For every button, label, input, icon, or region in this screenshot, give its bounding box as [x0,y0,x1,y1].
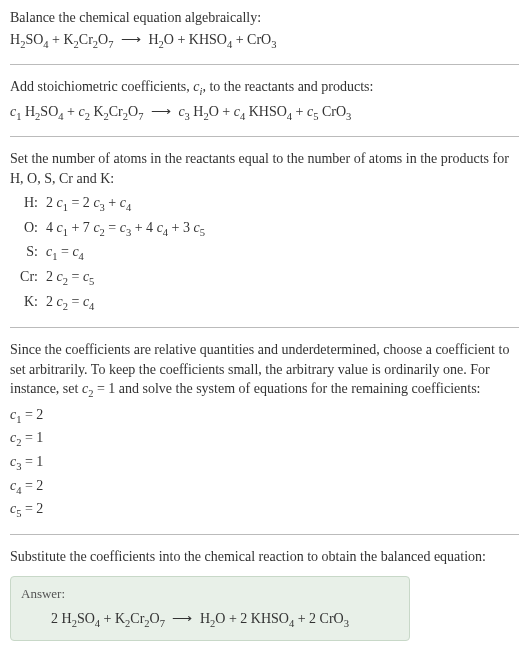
text-part: , to the reactants and products: [202,79,373,94]
section-add-coefficients: Add stoichiometric coefficients, ci, to … [10,77,519,124]
atom-label: H: [18,192,46,217]
atom-equation: 4 c1 + 7 c2 = c3 + 4 c4 + 3 c5 [46,217,519,242]
text-part: = [68,294,83,309]
text-part: = [105,220,120,235]
coef-row: c2 = 1 [10,427,519,451]
coef-value: = 1 [21,430,43,445]
sub: 7 [138,110,143,121]
chem-part: O [150,611,160,626]
sub: 4 [89,300,94,311]
chem-part: O + [209,104,234,119]
sub: 7 [108,38,113,49]
coef-value: = 2 [21,501,43,516]
chem-part: O [128,104,138,119]
arrow-icon: ⟶ [117,32,145,47]
text-part: 4 [46,220,57,235]
answer-label: Answer: [21,585,399,603]
coef-value: = 1 [21,454,43,469]
solve-text: Since the coefficients are relative quan… [10,340,519,402]
divider [10,534,519,535]
coef-value: = 2 [21,407,43,422]
chem-part: 2 H [51,611,72,626]
chem-part: + [292,104,307,119]
coef-row: c4 = 2 [10,475,519,499]
coef-row: c1 = 2 [10,404,519,428]
sub: 3 [346,110,351,121]
chem-part: O + KHSO [164,32,227,47]
chem-part: H [148,32,158,47]
sub: 5 [89,276,94,287]
chem-part: + K [49,32,74,47]
chem-part: Cr [130,611,144,626]
chem-part: SO [40,104,58,119]
text-part: Add stoichiometric coefficients, [10,79,193,94]
atom-intro-text: Set the number of atoms in the reactants… [10,149,519,188]
sub: 5 [200,227,205,238]
chem-part: H [10,32,20,47]
chem-part: H [190,104,204,119]
section-solve: Since the coefficients are relative quan… [10,340,519,521]
coef-row: c5 = 2 [10,498,519,522]
intro-text: Balance the chemical equation algebraica… [10,8,519,28]
sub: 7 [160,618,165,629]
atom-equation: 2 c1 = 2 c3 + c4 [46,192,519,217]
coef-value: = 2 [21,478,43,493]
atom-row: Cr:2 c2 = c5 [18,266,519,291]
plus: + [64,104,79,119]
chem-part: H [21,104,35,119]
coef-row: c3 = 1 [10,451,519,475]
text-part: = 1 and solve the system of equations fo… [93,381,480,396]
sub: 4 [126,202,131,213]
atom-equation: 2 c2 = c4 [46,291,519,316]
text-part: 2 [46,269,57,284]
atom-equation: 2 c2 = c5 [46,266,519,291]
sub: 4 [79,251,84,262]
sub: 3 [344,618,349,629]
arrow-icon: ⟶ [147,104,175,119]
unbalanced-equation: H2SO4 + K2Cr2O7 ⟶ H2O + KHSO4 + CrO3 [10,30,519,52]
chem-part: K [90,104,104,119]
text-part: + [105,195,120,210]
section-answer: Substitute the coefficients into the che… [10,547,519,641]
atom-label: K: [18,291,46,316]
chem-part: CrO [318,104,346,119]
chem-part: SO [77,611,95,626]
chem-part: SO [25,32,43,47]
text-part: + 3 [168,220,193,235]
text-part: 2 [46,294,57,309]
chem-part: + 2 CrO [294,611,344,626]
text-part: 2 [46,195,57,210]
divider [10,327,519,328]
chem-part: + CrO [232,32,271,47]
divider [10,64,519,65]
coefficient-list: c1 = 2c2 = 1c3 = 1c4 = 2c5 = 2 [10,404,519,522]
atom-label: S: [18,241,46,266]
text-part: = 2 [68,195,93,210]
chem-part: Cr [109,104,123,119]
chem-part: O + 2 KHSO [215,611,289,626]
atom-label: Cr: [18,266,46,291]
atom-label: O: [18,217,46,242]
text-part: = [57,244,72,259]
chem-part: KHSO [245,104,287,119]
coefficient-equation: c1 H2SO4 + c2 K2Cr2O7 ⟶ c3 H2O + c4 KHSO… [10,102,519,124]
chem-part: Cr [79,32,93,47]
divider [10,136,519,137]
chem-part: H [200,611,210,626]
atom-row: O:4 c1 + 7 c2 = c3 + 4 c4 + 3 c5 [18,217,519,242]
atom-row: H:2 c1 = 2 c3 + c4 [18,192,519,217]
balanced-equation: 2 H2SO4 + K2Cr2O7 ⟶ H2O + 2 KHSO4 + 2 Cr… [21,609,399,631]
atom-row: K:2 c2 = c4 [18,291,519,316]
section-atom-equations: Set the number of atoms in the reactants… [10,149,519,315]
chem-part: O [98,32,108,47]
chem-part: + K [100,611,125,626]
atom-equation: c1 = c4 [46,241,519,266]
answer-intro-text: Substitute the coefficients into the che… [10,547,519,567]
text-part: + 7 [68,220,93,235]
answer-box: Answer: 2 H2SO4 + K2Cr2O7 ⟶ H2O + 2 KHSO… [10,576,410,641]
sub: 3 [271,38,276,49]
atom-row: S:c1 = c4 [18,241,519,266]
add-coef-text: Add stoichiometric coefficients, ci, to … [10,77,519,99]
atom-equation-table: H:2 c1 = 2 c3 + c4O:4 c1 + 7 c2 = c3 + 4… [18,192,519,315]
text-part: + 4 [131,220,156,235]
